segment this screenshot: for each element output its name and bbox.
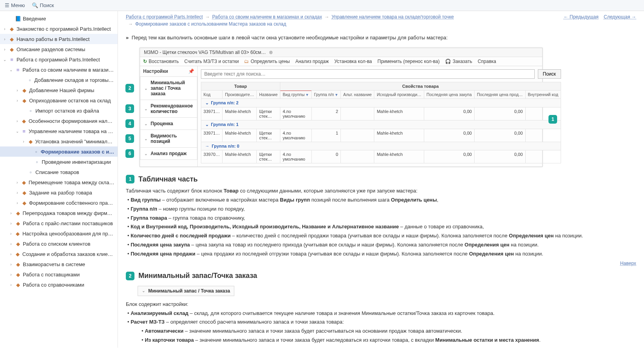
grid-col-6[interactable]: Исходный производи… [374, 91, 424, 99]
settings-panel: Настройки 📌 2⌄Минимальный запас / Точка … [140, 66, 198, 167]
toolbar-0[interactable]: ↻Восстановить [143, 59, 179, 64]
stack-icon: ≡ [21, 128, 27, 134]
grid-col-3[interactable]: Вид группы▼ [280, 91, 312, 99]
toolbar-6[interactable]: 🎧Заказать [445, 59, 472, 64]
sidebar-item-10[interactable]: ›◆Особенности формирования наличия [0, 116, 118, 126]
sidebar-item-3[interactable]: ›◆Описание разделов системы [0, 44, 118, 54]
grid-data-row[interactable]: 33970…Mahle-khetchЩетки стек…4.по умолча… [201, 150, 561, 163]
sidebar-item-5[interactable]: ⌄≡Работа со своим наличием в магазинах [0, 65, 118, 75]
sidebar-item-18[interactable]: ›◆Формирование собственного прайс- [0, 198, 118, 208]
sidebar-item-14[interactable]: ▫Проведение инвентаризации [0, 157, 118, 167]
sidebar-item-label: Перемещение товара между складам [29, 180, 114, 185]
grid-col-2[interactable]: Название [257, 91, 280, 99]
sidebar-item-9[interactable]: ▫Импорт остатков из файла [0, 106, 118, 116]
filter-icon[interactable]: ▼ [335, 93, 338, 97]
toolbar-label: Установка кол-ва [334, 59, 372, 64]
sidebar-item-label: Особенности формирования наличия [29, 118, 114, 124]
filter-icon[interactable]: ▼ [305, 93, 309, 97]
sidebar-item-22[interactable]: ›◆Работа со списком клиентов [0, 239, 118, 249]
sidebar-item-23[interactable]: ›◆Создание и обработка заказов клиентов [0, 249, 118, 259]
accordion-item-1[interactable]: 3⌄Рекомендованное количество [140, 100, 197, 118]
grid-col-8[interactable]: Последняя цена прод… [474, 91, 525, 99]
accordion-item-4[interactable]: 6⌄Анализ продаж [140, 147, 197, 160]
doc-icon: ▫ [28, 169, 34, 175]
sidebar-item-2[interactable]: ›◆Начало работы в Parts.Intellect [0, 34, 118, 44]
sidebar-item-21[interactable]: ›◆Настройка ценообразования для прайс- [0, 228, 118, 239]
toolbar-1[interactable]: Считать МЗ/ТЗ и остатки [184, 59, 239, 64]
app-toolbar: ↻ВосстановитьСчитать МЗ/ТЗ и остатки🗂Опр… [140, 57, 542, 66]
sidebar-item-15[interactable]: ▫Списание товаров [0, 167, 118, 177]
sidebar-item-7[interactable]: ›◆Добавление Нашей фирмы [0, 85, 118, 95]
sidebar-item-0[interactable]: 📘Введение [0, 13, 118, 24]
grid-group-row[interactable]: ⌄Группа п/п: 1 [201, 120, 561, 129]
sidebar-item-25[interactable]: ›◆Работа с поставщиками [0, 269, 118, 280]
accordion-item-0[interactable]: 2⌄Минимальный запас / Точка заказа [140, 76, 197, 100]
sidebar-item-label: Формирование заказов с испол [41, 149, 114, 155]
sidebar-item-4[interactable]: ⌄≡Работа с программой Parts.Intellect [0, 54, 118, 65]
grid-search-input[interactable] [201, 69, 535, 79]
toolbar-3[interactable]: Анализ продаж [295, 59, 329, 64]
restore-icon: ↻ [143, 59, 147, 64]
search-button[interactable]: 🔍 Поиск [32, 2, 54, 8]
layers-icon: ◆ [15, 210, 21, 216]
sidebar-item-24[interactable]: ›◆Взаиморасчеты в системе [0, 259, 118, 269]
up-link[interactable]: Наверх [620, 261, 636, 266]
toolbar-5[interactable]: Применить (перенос кол-ва) [377, 59, 440, 64]
sidebar-item-1[interactable]: ›◆Знакомство с программой Parts.Intellec… [0, 24, 118, 34]
grid-group-row[interactable]: ⌄Группа п/п: 2 [201, 99, 561, 107]
accordion-item-3[interactable]: 5⌄Видимость позиций [140, 130, 197, 148]
sidebar-item-19[interactable]: ›◆Перепродажа товаров между фирмами [0, 208, 118, 218]
chevron-right-icon: → [128, 21, 133, 27]
accordion-label: Рекомендованное количество [151, 103, 193, 114]
sidebar-item-16[interactable]: ›◆Перемещение товара между складам [0, 177, 118, 187]
grid-col-1[interactable]: Производите… [223, 91, 257, 99]
expand-arrow-icon: › [9, 272, 13, 277]
prev-link[interactable]: ← Предыдущая [563, 14, 598, 20]
sidebar-item-label: Работа со справочниками [23, 282, 84, 288]
expand-arrow-icon: › [9, 211, 13, 215]
sidebar-item-label: Проведение инвентаризации [42, 159, 111, 165]
sidebar-item-12[interactable]: ›◆Установка значений "минимально [0, 136, 118, 146]
close-icon[interactable]: ⊗ [269, 50, 273, 55]
toolbar-7[interactable]: Справка [478, 59, 496, 64]
grid-group-row[interactable]: →Группа п/п: 0 [201, 142, 561, 150]
app-screenshot: 1 МЗМО - Щетки стеклооч VAG T5/Multivan … [140, 48, 543, 167]
toolbar-2[interactable]: 🗂Определить цены [244, 59, 290, 64]
breadcrumb-link-1[interactable]: Работа со своим наличием в магазинах и с… [212, 14, 322, 20]
sidebar-item-label: Знакомство с программой Parts.Intellect [17, 26, 111, 32]
sidebar-item-26[interactable]: ›◆Работа со справочниками [0, 280, 118, 290]
grid-col-5[interactable]: Альт. название [341, 91, 374, 99]
sidebar-item-17[interactable]: ›◆Задание на разбор товара [0, 187, 118, 198]
menu-button[interactable]: ☰ Меню [5, 2, 25, 8]
sidebar-item-8[interactable]: ›◆Оприходование остатков на склад [0, 95, 118, 106]
breadcrumb-link-0[interactable]: Работа с программой Parts.Intellect [126, 14, 203, 20]
chevron-right-icon: → [205, 14, 210, 20]
breadcrumb: Работа с программой Parts.Intellect→Рабо… [126, 14, 454, 20]
grid-col-7[interactable]: Последняя цена закупа [424, 91, 474, 99]
grid-col-9[interactable]: Внутренний код [525, 91, 561, 99]
grid-col-4[interactable]: Группа п/п▼ [311, 91, 340, 99]
section-1-heading: 1 Табличная часть [126, 175, 636, 183]
expand-arrow-icon: › [9, 252, 13, 256]
grid-search-button[interactable]: Поиск [538, 69, 561, 79]
accordion-item-2[interactable]: 4⌄Проценка [140, 117, 197, 130]
toolbar-4[interactable]: Установка кол-ва [334, 59, 372, 64]
expand-arrow-icon: › [9, 231, 13, 236]
sidebar-item-20[interactable]: ›◆Работа с прайс-листами поставщиков [0, 218, 118, 228]
pin-icon[interactable]: 📌 [188, 69, 194, 74]
grid-data-row[interactable]: 33971…Mahle-khetchЩетки стек…4.по умолча… [201, 107, 561, 120]
sidebar-item-6[interactable]: ▫Добавление складов и торговых точе [0, 75, 118, 85]
sidebar-item-13[interactable]: ▫Формирование заказов с испол [0, 146, 118, 157]
breadcrumb-link-2[interactable]: Управление наличием товара на складе/тор… [331, 14, 454, 20]
grid-col-0[interactable]: Код [201, 91, 223, 99]
next-link[interactable]: Следующая → [604, 14, 636, 20]
layers-icon: ◆ [15, 241, 21, 247]
sidebar-item-label: Введение [23, 16, 46, 22]
sidebar-item-label: Описание разделов системы [17, 46, 85, 52]
expand-arrow-icon: › [2, 47, 7, 52]
nav-sidebar: 📘Введение›◆Знакомство с программой Parts… [0, 11, 118, 348]
grid-data-row[interactable]: 33971…Mahle-khetchЩетки стек…4.по умолча… [201, 129, 561, 142]
layers-icon: ◆ [21, 200, 28, 206]
mini-accordion[interactable]: ⌄ Минимальный запас / Точка заказа [138, 286, 234, 296]
sidebar-item-11[interactable]: ⌄≡Управление наличием товара на скла [0, 126, 118, 136]
